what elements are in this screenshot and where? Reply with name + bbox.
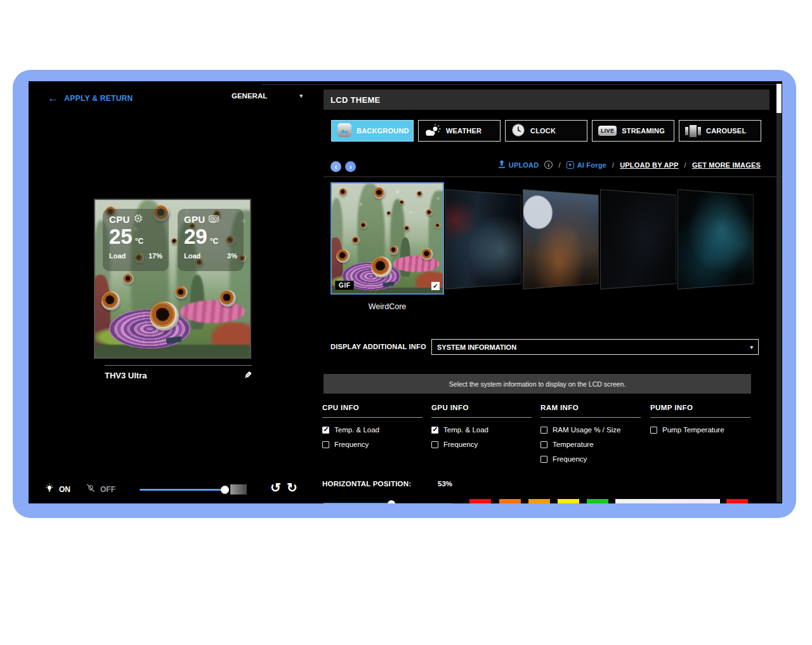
tab-streaming[interactable]: LIVE STREAMING [592, 120, 674, 142]
gpu-card-icon [209, 214, 219, 225]
upload-by-app-link[interactable]: UPLOAD BY APP [620, 161, 678, 169]
checkbox-unchecked[interactable] [540, 441, 547, 448]
scrollbar-track[interactable] [776, 84, 782, 502]
tab-carousel-label: CAROUSEL [706, 127, 746, 135]
gpu-overlay-label: GPU [184, 214, 205, 225]
cpu-temp-unit: °C [135, 238, 143, 245]
brightness-slider[interactable] [140, 484, 246, 495]
checkbox-label: Temperature [553, 441, 594, 448]
thumbnail-checkbox[interactable]: ✓ [431, 282, 440, 290]
group-divider [540, 417, 641, 418]
horizontal-position-value: 53% [438, 480, 452, 488]
clock-icon [511, 123, 525, 138]
gpu-info-group: GPU INFO Temp. & Load Frequency [431, 404, 533, 455]
cpu-load-label: Load [109, 252, 126, 260]
lighting-off-label: OFF [100, 485, 115, 494]
lighting-off-toggle[interactable]: OFF [86, 483, 115, 495]
link-separator: / [612, 161, 614, 169]
checkbox-row-pump-temperature[interactable]: Pump Temperature [650, 426, 752, 434]
gallery-thumbnail-3[interactable] [523, 189, 599, 289]
scrollbar-thumb[interactable] [776, 84, 782, 113]
cpu-overlay-label: CPU [109, 214, 130, 225]
lighting-on-toggle[interactable]: ON [44, 483, 70, 495]
checkbox-label: Frequency [334, 441, 369, 448]
device-name: THV3 Ultra [105, 371, 147, 380]
tab-clock[interactable]: CLOCK [505, 120, 587, 142]
rotate-ccw-button[interactable]: ↺ [270, 480, 281, 495]
additional-info-label: DISPLAY ADDITIONAL INFO [331, 343, 426, 350]
checkbox-row-gpu-temp-load[interactable]: Temp. & Load [431, 426, 533, 434]
device-name-row: THV3 Ultra ✎ [105, 365, 252, 380]
bulb-off-icon [86, 483, 96, 495]
checkbox-unchecked[interactable] [540, 456, 547, 463]
live-icon: LIVE [598, 126, 617, 136]
color-swatch[interactable] [528, 499, 550, 503]
apply-return-label: APPLY & RETURN [64, 94, 133, 103]
tab-background[interactable]: BACKGROUND [331, 120, 414, 142]
brightness-gradient-segment [230, 484, 247, 495]
edit-name-icon[interactable]: ✎ [244, 370, 252, 380]
upload-link[interactable]: UPLOAD [498, 160, 539, 170]
tab-weather[interactable]: WEATHER [418, 120, 501, 142]
checkbox-unchecked[interactable] [431, 441, 438, 448]
color-swatch[interactable] [726, 499, 748, 503]
checkbox-label: Temp. & Load [334, 426, 379, 434]
checkbox-unchecked[interactable] [650, 427, 657, 434]
get-more-images-link[interactable]: GET MORE IMAGES [692, 161, 761, 169]
gallery-thumbnail-4[interactable] [600, 189, 676, 289]
horizontal-position-label: HORIZONTAL POSITION: [322, 480, 411, 488]
ram-info-group: RAM INFO RAM Usage % / Size Temperature … [540, 404, 642, 470]
info-icon[interactable]: i [544, 161, 553, 169]
gallery-thumbnail-selected[interactable]: GIF ✓ [331, 182, 444, 295]
checkbox-row-ram-frequency[interactable]: Frequency [540, 455, 642, 463]
checkbox-label: Temp. & Load [443, 426, 488, 434]
carousel-icon [685, 125, 701, 137]
brightness-slider-thumb[interactable] [221, 486, 229, 494]
rotate-cw-button[interactable]: ↻ [287, 480, 298, 495]
selected-thumbnail-name: WeirdCore [331, 302, 444, 311]
gallery-thumbnail-5[interactable] [678, 189, 754, 289]
system-information-value: SYSTEM INFORMATION [437, 343, 516, 351]
system-information-select[interactable]: SYSTEM INFORMATION ▾ [431, 339, 759, 355]
checkbox-row-cpu-temp-load[interactable]: Temp. & Load [322, 426, 424, 434]
checkbox-label: RAM Usage % / Size [553, 426, 620, 434]
gallery-thumbnail-2[interactable] [445, 189, 521, 289]
horizontal-position-slider[interactable] [324, 500, 452, 503]
mode-select[interactable]: GENERAL ▾ [232, 92, 303, 100]
checkbox-checked[interactable] [322, 427, 329, 434]
checkbox-row-cpu-frequency[interactable]: Frequency [322, 441, 424, 448]
upload-label: UPLOAD [509, 161, 539, 169]
color-swatch[interactable] [499, 499, 521, 503]
color-swatch[interactable] [469, 499, 491, 503]
horizontal-position-thumb[interactable] [388, 500, 395, 503]
color-swatch[interactable] [615, 499, 720, 503]
panel-top-divider [262, 84, 782, 85]
color-swatch[interactable] [587, 499, 608, 503]
tab-streaming-label: STREAMING [622, 127, 665, 135]
mode-select-value: GENERAL [232, 92, 267, 100]
checkbox-label: Pump Temperature [662, 426, 724, 434]
ai-forge-link[interactable]: AI Forge [566, 161, 606, 169]
brightness-slider-track[interactable] [140, 489, 226, 491]
gpu-temp-unit: °C [210, 238, 218, 245]
cpu-overlay-card: CPU 25 °C Load 17% [103, 209, 169, 271]
apply-return-button[interactable]: ← APPLY & RETURN [48, 93, 133, 103]
lcd-preview: CPU 25 °C Load 17% GPU [94, 199, 251, 359]
checkbox-checked[interactable] [431, 427, 438, 434]
checkbox-row-ram-usage[interactable]: RAM Usage % / Size [540, 426, 642, 434]
cpu-chip-icon [134, 214, 143, 225]
gallery-next-button[interactable]: › [345, 161, 356, 172]
color-swatch[interactable] [558, 499, 579, 503]
checkbox-row-gpu-frequency[interactable]: Frequency [431, 441, 533, 448]
checkbox-unchecked[interactable] [322, 441, 329, 448]
checkbox-row-ram-temperature[interactable]: Temperature [540, 441, 642, 448]
tab-carousel[interactable]: CAROUSEL [679, 120, 761, 142]
pump-info-group: PUMP INFO Pump Temperature [650, 404, 752, 441]
checkbox-label: Frequency [553, 455, 587, 463]
gpu-temp-value: 29 [184, 227, 207, 246]
cpu-temp-value: 25 [109, 227, 133, 246]
ai-forge-label: AI Forge [577, 161, 606, 169]
checkbox-unchecked[interactable] [540, 427, 547, 434]
gallery-prev-button[interactable]: ‹ [331, 161, 341, 172]
upload-icon [498, 160, 506, 170]
